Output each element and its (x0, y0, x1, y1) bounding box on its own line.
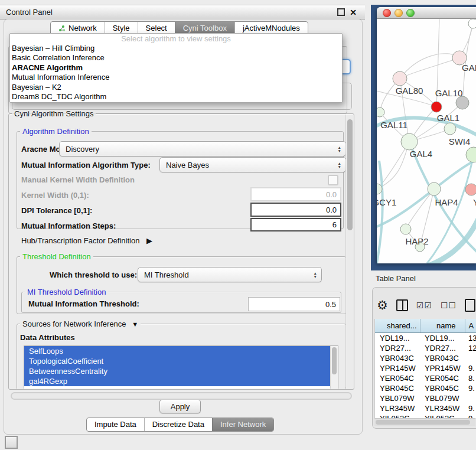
close-icon[interactable]: ✕ (350, 9, 357, 15)
mi-threshold-label: Mutual Information Threshold: (28, 299, 139, 308)
network-node[interactable] (456, 96, 469, 109)
document-icon[interactable] (465, 299, 475, 312)
mi-threshold-input[interactable]: 0.5 (248, 297, 340, 311)
data-attribute-item-selfloops[interactable]: SelfLoops (24, 346, 338, 356)
table-cell: 12 (465, 343, 476, 353)
column-header-shared[interactable]: shared... (375, 319, 420, 333)
kernel-width-input[interactable]: 0.0 (250, 187, 341, 201)
network-node-gal4[interactable] (401, 133, 418, 150)
network-node-gal10[interactable] (431, 102, 442, 112)
network-node[interactable] (468, 19, 476, 28)
data-attribute-item-betweennesscentrality[interactable]: BetweennessCentrality (24, 366, 338, 376)
table-scrollbar-thumb[interactable] (376, 420, 470, 425)
columns-icon[interactable] (396, 299, 408, 311)
tab-infer-network[interactable]: Infer Network (212, 418, 273, 431)
apply-button[interactable]: Apply (159, 399, 201, 413)
network-edge[interactable] (377, 158, 476, 229)
algorithm-option-bayesian-hill-climbing[interactable]: Bayesian – Hill Climbing (10, 44, 342, 53)
list-scrollbar[interactable] (330, 346, 338, 389)
tab-impute-data[interactable]: Impute Data (87, 418, 144, 431)
settings-horizontal-scrollbar[interactable] (11, 392, 352, 400)
network-edge[interactable] (400, 58, 459, 79)
algorithm-option-basic-correlation-inference[interactable]: Basic Correlation Inference (10, 53, 342, 63)
table-horizontal-scrollbar[interactable] (374, 418, 475, 426)
float-window-icon[interactable] (337, 8, 345, 16)
select-all-checkboxes-icon[interactable]: ☑☑ (416, 301, 432, 310)
network-node-label: GAL11 (380, 120, 407, 130)
window-close-button[interactable] (383, 9, 391, 17)
mi-threshold-value: 0.5 (325, 300, 336, 309)
aracne-mode-select[interactable]: Discovery ▲▼ (59, 141, 346, 156)
mi-type-select[interactable]: Naive Bayes ▲▼ (159, 157, 346, 172)
data-attribute-item-gal4rgexp[interactable]: gal4RGexp (24, 376, 338, 386)
network-node-swi4[interactable] (466, 147, 476, 162)
manual-kernel-label: Manual Kernel Width Definition (21, 175, 135, 184)
network-node-label: GAL1 (437, 113, 459, 123)
network-node-label: GAL4 (410, 149, 432, 159)
list-scrollbar-thumb[interactable] (332, 347, 337, 374)
column-header-name[interactable]: name (420, 319, 465, 333)
network-node-label: GAL10 (435, 88, 463, 98)
algorithm-option-bayesian-k2[interactable]: Bayesian – K2 (10, 83, 342, 92)
mi-steps-label: Mutual Information Steps: (21, 221, 116, 230)
algorithm-option-mutual-information-inference[interactable]: Mutual Information Inference (10, 73, 342, 82)
network-edge[interactable] (377, 161, 383, 263)
data-attributes-label: Data Attributes (20, 333, 75, 342)
tab-label: Impute Data (94, 418, 136, 431)
table-row[interactable]: YBR045CYBR045C9. (375, 383, 476, 393)
network-node-hap2[interactable] (400, 224, 411, 234)
mi-steps-input[interactable]: 6 (250, 218, 341, 231)
network-node-hap4[interactable] (428, 182, 441, 195)
dpi-tolerance-input[interactable]: 0.0 (250, 203, 341, 217)
table-row[interactable]: YIL052CYIL052C9 (375, 413, 476, 418)
mi-type-value: Naive Bayes (166, 161, 209, 169)
expand-down-icon: ▼ (132, 321, 138, 328)
settings-horizontal-thumb[interactable] (12, 393, 351, 399)
network-edge[interactable] (406, 189, 434, 229)
mi-type-label: Mutual Information Algorithm Type: (21, 161, 151, 169)
window-zoom-button[interactable] (406, 9, 415, 17)
table-panel-title: Table Panel (376, 274, 416, 283)
window-minimize-button[interactable] (395, 9, 403, 17)
table-row[interactable]: YDR27...YDR27...12 (375, 343, 476, 353)
hub-definition-toggle[interactable]: Hub/Transcription Factor Definition ▶ (21, 236, 152, 245)
network-window-titlebar[interactable] (377, 7, 476, 19)
algorithm-option-dream8-dc-tdc-algorithm[interactable]: Dream8 DC_TDC Algorithm (10, 92, 342, 102)
tab-label: Infer Network (220, 418, 266, 431)
table-cell: YBL079W (375, 393, 420, 403)
dock-panel-icon[interactable] (5, 436, 18, 449)
network-node-gal11[interactable] (377, 107, 384, 117)
algorithm-option-aracne-algorithm[interactable]: ARACNE Algorithm (10, 63, 342, 73)
table-cell (465, 393, 476, 403)
network-node-label: GAL (462, 63, 476, 73)
table-row[interactable]: YER054CYER054C8. (375, 373, 476, 383)
table-cell: YBR045C (420, 383, 465, 393)
settings-vertical-scrollbar[interactable] (345, 115, 354, 387)
settings-scrollbar-thumb[interactable] (347, 119, 353, 230)
tab-discretize-data[interactable]: Discretize Data (144, 418, 212, 431)
deselect-all-checkboxes-icon[interactable]: ☐☐ (441, 301, 457, 310)
network-node-y[interactable] (465, 184, 476, 195)
table-row[interactable]: YBL079WYBL079W (375, 393, 476, 403)
data-attribute-item-topologicalcoefficient[interactable]: TopologicalCoefficient (24, 356, 338, 366)
network-node-gal80[interactable] (393, 71, 407, 86)
gear-icon[interactable]: ⚙ (377, 299, 388, 311)
table-row[interactable]: YDL19...YDL19...13 (375, 333, 476, 344)
manual-kernel-checkbox[interactable] (328, 175, 338, 185)
table-row[interactable]: YBR043CYBR043C (375, 353, 476, 363)
control-panel-title: Control Panel (0, 8, 337, 17)
threshold-definition-title: Threshold Definition (20, 252, 93, 261)
network-edge[interactable] (427, 155, 474, 263)
column-header-a[interactable]: A (465, 319, 476, 333)
table-row[interactable]: YPR145WYPR145W9. (375, 363, 476, 373)
sources-group-title[interactable]: Sources for Network Inference ▼ (20, 319, 141, 328)
table-cell: YBR043C (375, 353, 420, 363)
table-cell: YIL052C (375, 413, 420, 418)
table-cell: YBR043C (420, 353, 465, 363)
table-row[interactable]: YLR345WYLR345W9. (375, 403, 476, 413)
network-canvas[interactable]: GALGAL80GAL10GAL11GAL1SWI4GAL4GCY1HAP4YH… (377, 19, 476, 263)
hub-definition-label: Hub/Transcription Factor Definition (21, 236, 139, 245)
network-node-gal1[interactable] (444, 123, 456, 135)
which-threshold-select[interactable]: MI Threshold ▲▼ (138, 267, 322, 282)
table-cell: 9. (465, 383, 476, 393)
